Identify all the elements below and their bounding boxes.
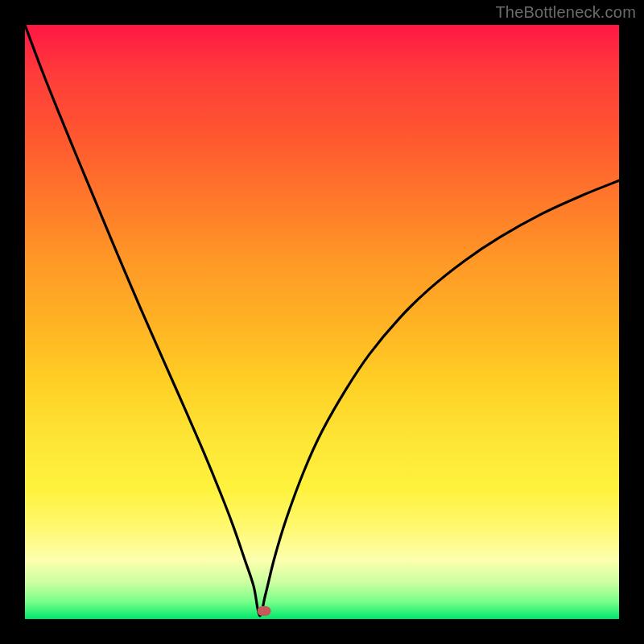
bottleneck-curve <box>25 25 619 619</box>
watermark-text: TheBottleneck.com <box>495 3 636 22</box>
plot-area <box>25 25 619 619</box>
chart-frame: TheBottleneck.com <box>0 0 644 644</box>
optimal-point-marker <box>257 606 270 616</box>
